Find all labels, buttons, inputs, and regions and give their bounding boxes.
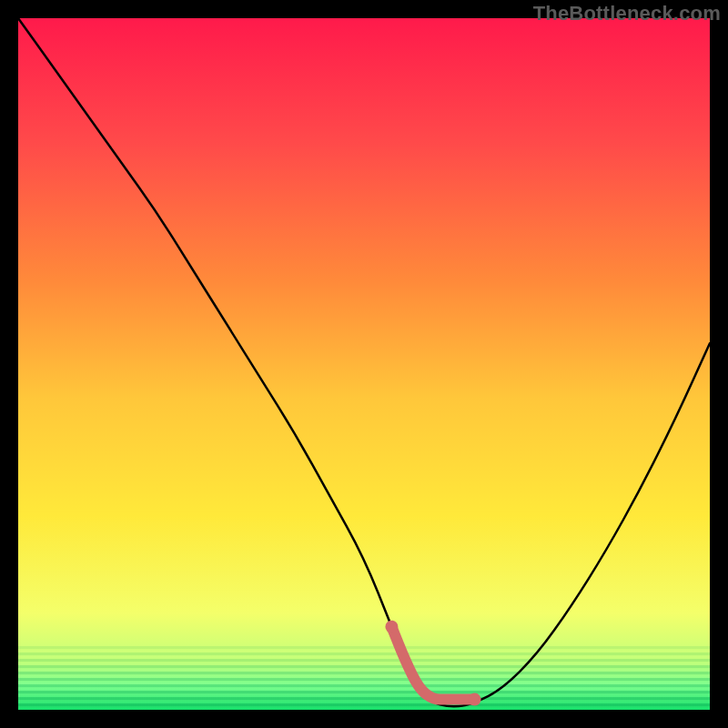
svg-rect-6 — [18, 684, 710, 687]
svg-rect-1 — [18, 652, 710, 655]
svg-rect-0 — [18, 646, 710, 649]
svg-rect-3 — [18, 665, 710, 668]
gradient-background — [18, 18, 710, 710]
svg-rect-4 — [18, 672, 710, 674]
svg-rect-8 — [18, 697, 710, 700]
svg-rect-5 — [18, 678, 710, 681]
svg-rect-7 — [18, 691, 710, 693]
svg-rect-2 — [18, 659, 710, 662]
plot-area — [18, 18, 710, 710]
chart-frame: TheBottleneck.com — [0, 0, 728, 728]
optimal-dot-left — [385, 621, 398, 633]
watermark-text: TheBottleneck.com — [533, 2, 721, 25]
optimal-dot-right — [469, 693, 481, 706]
svg-rect-9 — [18, 703, 710, 706]
chart-svg — [18, 18, 710, 710]
